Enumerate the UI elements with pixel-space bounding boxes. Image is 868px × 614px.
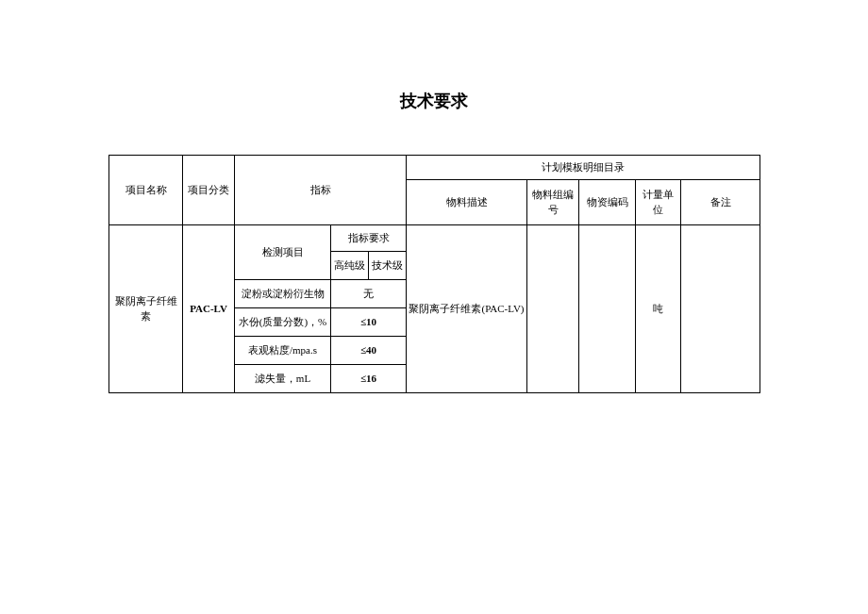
cell-material-group-no (527, 225, 579, 393)
cell-project-name: 聚阴离子纤维素 (109, 225, 183, 393)
cell-req-0: 无 (331, 280, 407, 308)
cell-grade-tech: 技术级 (369, 252, 407, 280)
hdr-material-desc: 物料描述 (407, 180, 527, 225)
hdr-material-code: 物资编码 (579, 180, 636, 225)
cell-item-2: 表观粘度/mpa.s (235, 337, 331, 365)
page-title: 技术要求 (0, 0, 868, 155)
cell-req-3: ≤16 (331, 365, 407, 393)
spec-table: 项目名称 项目分类 指标 计划模板明细目录 物料描述 物料组编号 物资编码 计量… (108, 155, 760, 393)
hdr-plan-template: 计划模板明细目录 (407, 156, 760, 180)
cell-req-2: ≤40 (331, 337, 407, 365)
hdr-project-name: 项目名称 (109, 156, 183, 225)
cell-test-item-label: 检测项目 (235, 225, 331, 280)
cell-material-desc: 聚阴离子纤维素(PAC-LV) (407, 225, 527, 393)
cell-item-3: 滤失量，mL (235, 365, 331, 393)
cell-req-label: 指标要求 (331, 225, 407, 252)
cell-req-1: ≤10 (331, 308, 407, 337)
cell-project-class: PAC-LV (183, 225, 235, 393)
cell-item-1: 水份(质量分数)，% (235, 308, 331, 337)
cell-material-code (579, 225, 636, 393)
hdr-unit: 计量单位 (636, 180, 681, 225)
cell-remark (681, 225, 760, 393)
hdr-remark: 备注 (681, 180, 760, 225)
cell-unit: 吨 (636, 225, 681, 393)
cell-grade-high: 高纯级 (331, 252, 369, 280)
hdr-material-group-no: 物料组编号 (527, 180, 579, 225)
hdr-indicator: 指标 (235, 156, 407, 225)
cell-item-0: 淀粉或淀粉衍生物 (235, 280, 331, 308)
hdr-project-class: 项目分类 (183, 156, 235, 225)
